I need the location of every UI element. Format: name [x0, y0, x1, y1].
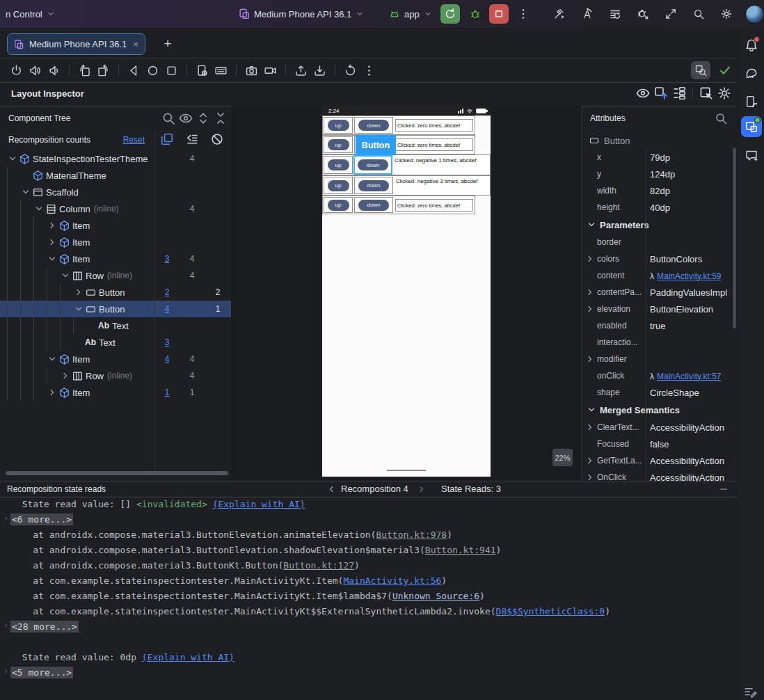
expand-more-icon[interactable]	[3, 668, 10, 675]
section-parameters[interactable]: Parameters	[582, 216, 738, 234]
attribute-row-colors[interactable]: colorsButtonColors	[582, 250, 738, 267]
volume-down-icon[interactable]	[47, 64, 61, 77]
attribute-row-modifier[interactable]: modifier	[582, 351, 738, 367]
tool-window-studio-bot[interactable]	[741, 145, 762, 166]
recomposition-count-link[interactable]: 3	[165, 254, 170, 264]
tree-row-text[interactable]: AbText 3	[0, 334, 231, 351]
attach-debugger-button[interactable]	[635, 6, 651, 22]
tree-row-scaffold[interactable]: Scaffold	[0, 184, 231, 200]
down-button[interactable]: down	[358, 120, 389, 131]
expand-all-icon[interactable]	[196, 111, 211, 126]
version-control-menu[interactable]: n Control	[6, 0, 56, 28]
highlight-recomposition-icon[interactable]	[160, 132, 174, 146]
device-tab[interactable]: Medium Phone API 36.1 ×	[7, 33, 145, 55]
attribute-row-x[interactable]: x79dp	[582, 149, 738, 166]
recomposition-count-link[interactable]: 3	[165, 337, 170, 347]
tree-row-row[interactable]: Row(inline) 4	[0, 367, 231, 384]
chevron-right-icon[interactable]	[584, 472, 596, 482]
chevron-right-icon[interactable]	[584, 287, 596, 298]
device-settings-icon[interactable]	[196, 64, 209, 77]
tree-row-item[interactable]: Item 3 4	[0, 250, 231, 267]
attribute-row-content[interactable]: contentλMainActivity.kt:59	[582, 267, 738, 284]
tree-row-button[interactable]: Button 2 2	[0, 284, 231, 301]
chevron-down-icon[interactable]	[7, 153, 18, 164]
tree-row-item[interactable]: Item 4 4	[0, 351, 231, 367]
skip-counts-icon[interactable]	[185, 132, 199, 146]
attribute-row-elevation[interactable]: elevationButtonElevation	[582, 301, 738, 317]
user-avatar[interactable]	[745, 5, 764, 24]
attribute-row-GetTextLa[interactable]: GetTextLa...AccessibilityAction	[582, 452, 738, 469]
recomposition-count-link[interactable]: 4	[165, 304, 170, 314]
new-tab-button[interactable]: +	[160, 36, 175, 51]
tool-window-notifications[interactable]	[741, 35, 762, 56]
download-icon[interactable]	[313, 64, 326, 77]
overview-icon[interactable]	[165, 64, 178, 77]
visibility-icon[interactable]	[178, 111, 193, 126]
expand-more-icon[interactable]	[3, 622, 10, 629]
ai-or-source-link[interactable]: MainActivity.kt:56	[343, 575, 441, 586]
horizontal-scrollbar[interactable]	[6, 471, 228, 475]
chevron-down-icon[interactable]	[60, 270, 71, 281]
check-icon[interactable]	[718, 63, 732, 77]
reset-counts-link[interactable]: Reset	[123, 135, 145, 145]
chevron-right-icon[interactable]	[47, 237, 58, 248]
rotate-left-icon[interactable]	[78, 64, 91, 77]
ai-or-source-link[interactable]: D8$$SyntheticClass:0	[496, 606, 605, 617]
minimize-icon[interactable]	[718, 484, 729, 495]
tree-row-item[interactable]: Item	[0, 217, 231, 234]
attribute-row-y[interactable]: y124dp	[582, 166, 738, 182]
screen-record-icon[interactable]	[264, 64, 277, 77]
chevron-right-icon[interactable]	[584, 353, 596, 365]
eye-icon[interactable]	[635, 86, 651, 101]
build-button[interactable]	[551, 6, 568, 22]
next-recomposition-icon[interactable]	[416, 484, 427, 495]
previous-recomposition-icon[interactable]	[326, 484, 337, 495]
chevron-down-icon[interactable]	[73, 303, 84, 315]
ai-or-source-link[interactable]: (Explain with AI)	[213, 499, 305, 509]
refactor-button[interactable]	[579, 6, 596, 22]
run-configuration[interactable]: app	[388, 0, 433, 28]
tree-row-row[interactable]: Row(inline) 4	[0, 267, 231, 284]
rerun-button[interactable]	[440, 4, 460, 24]
collapsed-frames[interactable]: <6 more...>	[10, 514, 73, 525]
tool-window-running-devices[interactable]	[741, 116, 762, 137]
chevron-down-icon[interactable]	[47, 353, 58, 365]
home-icon[interactable]	[146, 64, 159, 77]
close-tab-icon[interactable]: ×	[133, 39, 138, 49]
up-button[interactable]: up	[328, 139, 349, 150]
clicked-text-field[interactable]: Clicked: zero times, abcdef	[395, 199, 473, 212]
source-link[interactable]: MainActivity.kt:59	[657, 271, 721, 281]
tool-window-device-manager[interactable]	[741, 91, 762, 112]
chevron-right-icon[interactable]	[73, 287, 84, 298]
attribute-row-interactio[interactable]: interactio...	[582, 334, 738, 351]
source-link[interactable]: MainActivity.kt:57	[657, 372, 721, 381]
attribute-row-onClick[interactable]: onClickλMainActivity.kt:57	[582, 367, 738, 384]
chevron-down-icon[interactable]	[47, 253, 58, 264]
library-source-link[interactable]: Button.kt:127	[283, 560, 354, 571]
search-button[interactable]	[690, 6, 707, 22]
device-screen[interactable]: 2:24 up down Clicked: zero times, abcdef…	[322, 106, 491, 477]
down-button[interactable]: down	[358, 180, 389, 191]
sync-button[interactable]	[607, 6, 623, 22]
search-icon[interactable]	[714, 111, 728, 125]
debug-button[interactable]	[465, 4, 485, 24]
clear-counts-icon[interactable]	[210, 132, 224, 146]
settings-button[interactable]	[718, 6, 735, 22]
chevron-right-icon[interactable]	[47, 387, 58, 398]
recomposition-count-link[interactable]: 1	[165, 388, 170, 397]
volume-up-icon[interactable]	[29, 64, 42, 77]
section-merged-semantics[interactable]: Merged Semantics	[582, 401, 738, 419]
upload-icon[interactable]	[294, 64, 308, 77]
vertical-scrollbar[interactable]	[733, 148, 736, 328]
tree-row-button[interactable]: Button 4 1	[0, 301, 231, 317]
search-icon[interactable]	[161, 111, 176, 126]
attribute-row-Focused[interactable]: Focusedfalse	[582, 436, 738, 452]
chevron-right-icon[interactable]	[60, 370, 71, 381]
chevron-right-icon[interactable]	[584, 455, 596, 466]
down-button[interactable]: down	[358, 200, 389, 211]
clicked-text-field[interactable]: Clicked: zero times, abcdef	[395, 119, 473, 132]
chevron-right-icon[interactable]	[584, 303, 596, 315]
more-actions-button[interactable]	[515, 6, 532, 22]
up-button[interactable]: up	[328, 200, 349, 211]
up-button[interactable]: up	[328, 120, 349, 131]
